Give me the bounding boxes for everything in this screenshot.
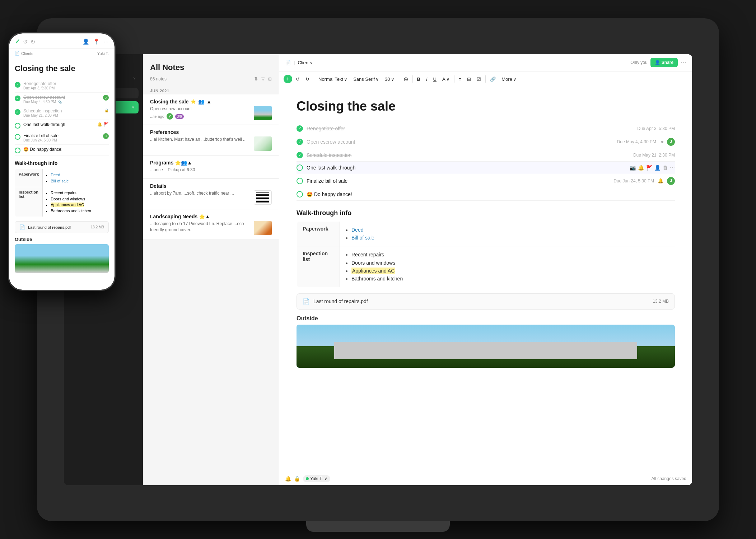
task-renegotiate[interactable]: ✓ Renegotiate offer Due Apr 3, 5:30 PM <box>297 122 675 135</box>
bell-icon[interactable]: 🔔 <box>638 165 644 171</box>
note-badge: 3/6 <box>175 114 184 119</box>
font-dropdown[interactable]: Sans Serif ∨ <box>351 75 381 83</box>
note-item-landscaping[interactable]: Landscaping Needs ⭐▲ ...dscaping to-do 1… <box>143 209 279 240</box>
pdf-attachment[interactable]: 📄 Last round of repairs.pdf 13.2 MB <box>297 293 675 310</box>
trash-icon[interactable]: 🗑 <box>663 165 668 171</box>
doc-title: Closing the sale <box>297 99 675 114</box>
task-checkbox[interactable]: ✓ <box>297 152 303 158</box>
redo-button[interactable]: ↻ <box>303 75 312 83</box>
phone-task-meta: Due May 4, 4:30 PM 📎 <box>23 100 100 104</box>
phone-task-walk-through[interactable]: One last walk-through 🔔 🚩 <box>15 120 109 131</box>
note-item-details[interactable]: Details ...airport by 7am. ...soft, chec… <box>143 179 279 209</box>
task-happy-dance[interactable]: 🤩 Do happy dance! <box>297 188 675 201</box>
lock-footer-icon[interactable]: 🔒 <box>294 476 300 482</box>
phone-more-icon[interactable]: ⋯ <box>103 38 109 45</box>
phone-task-checkbox[interactable]: ✓ <box>15 96 20 101</box>
task-finalize-bill[interactable]: Finalize bill of sale Due Jun 24, 5:30 P… <box>297 174 675 188</box>
editor-content[interactable]: Closing the sale ✓ Renegotiate offer Due… <box>279 87 692 472</box>
list-item: Bathrooms and kitchen <box>351 275 669 283</box>
footer-user-button[interactable]: Yuki T. ∨ <box>303 475 330 482</box>
layout-icon[interactable]: ⊞ <box>268 76 272 82</box>
phone-task-due: Due Apr 3, 5:30 PM <box>23 86 109 90</box>
more-icon[interactable]: ⋯ <box>681 59 686 66</box>
note-preview: ...ance – Pickup at 6:30 <box>150 167 195 173</box>
task-checkbox[interactable] <box>297 164 303 171</box>
phone-task-schedule[interactable]: ✓ Schedule inspection Due May 21, 2:30 P… <box>15 106 109 120</box>
toolbar-sep-4 <box>454 75 454 83</box>
phone-bell-icon: 🔔 <box>97 122 102 127</box>
note-item-programs[interactable]: Programs ⭐👥▲ ...ance – Pickup at 6:30 <box>143 155 279 179</box>
bell-footer-icon[interactable]: 🔔 <box>285 476 291 482</box>
phone-task-open-escrow[interactable]: ✓ Open escrow account Due May 4, 4:30 PM… <box>15 93 109 106</box>
phone-task-checkbox[interactable]: ✓ <box>15 109 20 115</box>
phone-pdf-attachment[interactable]: 📄 Last round of repairs.pdf 13.2 MB <box>15 221 109 233</box>
bullet-list-button[interactable]: ≡ <box>457 75 464 83</box>
bell-task-icon: 🔔 <box>658 178 663 183</box>
phone-content[interactable]: Closing the sale ✓ Renegotiate offer Due… <box>9 58 115 290</box>
list-item: Doors and windows <box>351 259 669 267</box>
note-item-preferences[interactable]: Preferences ...al kitchen. Must have an … <box>143 125 279 155</box>
task-checkbox[interactable] <box>297 191 303 198</box>
bold-button[interactable]: B <box>415 75 423 83</box>
insert-plus-button[interactable]: + <box>284 75 292 83</box>
phone-doc-name: Clients <box>21 51 33 56</box>
undo-button[interactable]: ↺ <box>294 75 302 83</box>
phone-doc-title: Closing the sale <box>15 64 109 73</box>
phone-deed-link[interactable]: Deed <box>51 173 60 177</box>
format-dropdown[interactable]: Normal Text ∨ <box>316 75 350 83</box>
more-chevron-icon: ∨ <box>513 76 517 82</box>
note-item-body: ...airport by 7am. ...soft, check traffi… <box>150 190 272 205</box>
link-button[interactable]: 🔗 <box>488 75 498 83</box>
task-more-icon[interactable]: ⋯ <box>670 165 675 171</box>
phone-undo-button[interactable]: ↺ <box>23 38 28 45</box>
autosave-status: All changes saved <box>652 476 686 481</box>
topbar-left: 📄 | Clients <box>285 60 312 65</box>
deed-link[interactable]: Deed <box>351 227 363 233</box>
star-icon: ⭐ <box>191 99 196 104</box>
filter2-icon[interactable]: ▽ <box>261 76 265 82</box>
phone-task-checkbox[interactable] <box>15 123 20 129</box>
camera-icon[interactable]: 📷 <box>630 165 636 171</box>
phone-task-text: Open escrow account <box>23 95 100 100</box>
task-schedule-inspection[interactable]: ✓ Schedule inspection Due May 21, 2:30 P… <box>297 149 675 162</box>
phone-redo-button[interactable]: ↻ <box>31 38 35 45</box>
bill-of-sale-link[interactable]: Bill of sale <box>351 235 374 241</box>
filter-icon[interactable]: ⇅ <box>254 76 258 82</box>
italic-button[interactable]: I <box>424 75 430 83</box>
text-color-button[interactable]: A ∨ <box>440 75 452 83</box>
phone-task-happy-dance[interactable]: 🤩 Do happy dance! <box>15 145 109 156</box>
phone-check-icon[interactable]: ✓ <box>15 38 20 46</box>
numbered-list-button[interactable]: ⊞ <box>465 75 473 83</box>
person-assign-icon[interactable]: 👤 <box>654 165 661 171</box>
phone-bill-link[interactable]: Bill of sale <box>51 179 69 183</box>
phone-task-content: Schedule inspection Due May 21, 2:30 PM <box>23 108 102 117</box>
note-item-closing-sale[interactable]: Closing the sale ⭐ 👥 ▲ Open escrow accou… <box>143 94 279 125</box>
task-open-escrow[interactable]: ✓ Open escrow account Due May 4, 4:30 PM… <box>297 135 675 149</box>
share-label: Share <box>662 60 673 65</box>
note-item-header: Closing the sale ⭐ 👥 ▲ <box>150 99 272 104</box>
phone-task-renegotiate[interactable]: ✓ Renegotiate offer Due Apr 3, 5:30 PM <box>15 79 109 93</box>
flag-icon[interactable]: 🚩 <box>646 165 652 171</box>
phone-person-icon[interactable]: 👤 <box>83 38 89 45</box>
more-button[interactable]: More ∨ <box>499 75 519 83</box>
task-checkbox[interactable]: ✓ <box>297 125 303 132</box>
checkbox-button[interactable]: ☑ <box>475 75 483 83</box>
task-checkbox[interactable]: ✓ <box>297 139 303 145</box>
phone-task-finalize-bill[interactable]: Finalize bill of sale Due Jun 24, 5:30 P… <box>15 131 109 145</box>
fontsize-dropdown[interactable]: 30 ∨ <box>383 75 396 83</box>
underline-button[interactable]: U <box>431 75 439 83</box>
phone-user-avatar: J <box>103 95 109 101</box>
share-button[interactable]: 👤 Share <box>650 58 678 67</box>
note-item-body: Open escrow account ...te ago Y 3/6 <box>150 106 272 120</box>
table-label: Paperwork <box>297 221 340 246</box>
add-icon-button[interactable]: ⊕ <box>401 74 410 84</box>
phone-task-checkbox[interactable]: ✓ <box>15 82 20 88</box>
note-item-title: Closing the sale ⭐ 👥 ▲ <box>150 99 211 104</box>
phone-location-icon[interactable]: 📍 <box>93 38 100 45</box>
phone-task-checkbox[interactable] <box>15 134 20 140</box>
task-walk-through[interactable]: One last walk-through 📷 🔔 🚩 👤 🗑 ⋯ <box>297 162 675 174</box>
task-checkbox[interactable] <box>297 178 303 184</box>
note-meta: ...te ago Y 3/6 <box>150 113 251 120</box>
breadcrumb[interactable]: Clients <box>298 60 312 65</box>
phone-task-checkbox[interactable] <box>15 148 20 153</box>
